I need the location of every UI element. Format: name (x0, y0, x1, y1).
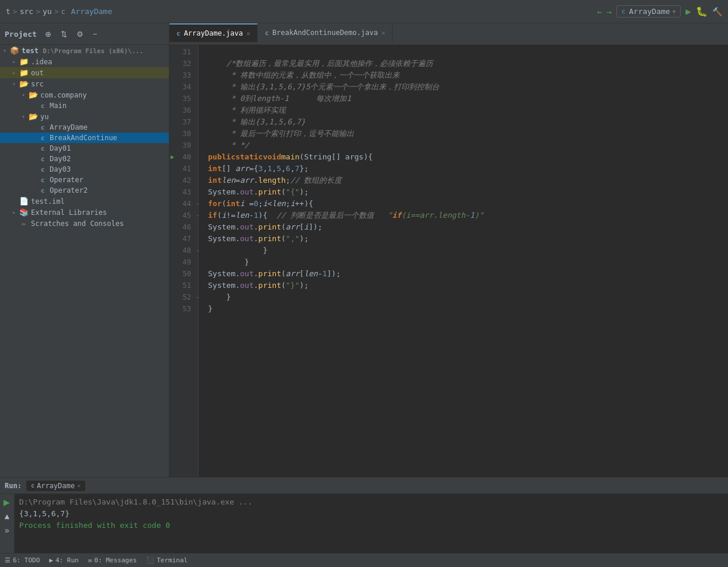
tree-item-day02[interactable]: cDay02 (0, 154, 169, 164)
line-number-33: 33 (169, 69, 195, 81)
code-line-49: } (208, 256, 728, 268)
tab-close-arraydame[interactable]: ✕ (247, 30, 251, 37)
project-label: Project (5, 30, 37, 39)
tree-item-day03[interactable]: cDay03 (0, 164, 169, 175)
main-content: ▾📦test D:\Program Files (x86)\...▸📁.idea… (0, 45, 728, 477)
code-editor[interactable]: 313233343536373839▶4041424344−45−464748−… (169, 45, 728, 477)
tree-item-scratches-and-consoles[interactable]: ✏Scratches and Consoles (0, 218, 169, 229)
navigate-forward-icon[interactable]: → (606, 7, 611, 16)
line-number-51: 51 (169, 280, 195, 291)
line-number-45: 45− (169, 210, 195, 221)
breadcrumb-class: c ArrayDame (61, 7, 112, 16)
tab-breakandcontinue[interactable]: c BreakAndContinueDemo.java ✕ (258, 23, 393, 42)
tab-icon-break: c (265, 29, 269, 37)
debug-icon[interactable]: 🐛 (696, 6, 708, 17)
minimize-button[interactable]: − (89, 27, 101, 41)
run-tab-close[interactable]: ✕ (77, 482, 81, 489)
code-line-42: int len=arr.length;// 数组的长度 (208, 175, 728, 186)
code-line-45: if(i!=len-1){ // 判断是否是最后一个数值 "if(i==arr.… (208, 210, 728, 221)
line-number-48: 48− (169, 245, 195, 256)
tree-icon-root: 📦 (9, 46, 20, 55)
code-content[interactable]: /*数组遍历，最常见最实用，后面其他操作，必须依赖于遍历 * 将数中组的元素，从… (199, 45, 728, 477)
tree-icon-iml: 📄 (19, 197, 29, 206)
breadcrumb-t: t (6, 7, 11, 16)
tab-arraydame[interactable]: c ArrayDame.java ✕ (169, 23, 258, 42)
code-line-40: public static void main(String[] args){ (208, 151, 728, 163)
terminal-icon: ⬛ (146, 556, 154, 564)
tree-label: External Libraries (31, 208, 107, 217)
status-run[interactable]: ▶ 4: Run (49, 556, 78, 564)
tab-label-arraydame: ArrayDame.java (184, 29, 243, 37)
tree-item-external-libraries[interactable]: ▸📚External Libraries (0, 207, 169, 218)
tree-icon-java: c (37, 166, 48, 173)
line-number-35: 35 (169, 93, 195, 105)
tree-label: ArrayDame (50, 123, 88, 131)
tree-label: test.iml (31, 197, 65, 206)
run-button[interactable]: ▶ (685, 6, 691, 17)
tree-item--idea[interactable]: ▸📁.idea (0, 56, 169, 67)
tree-item-yu[interactable]: ▾📂yu (0, 111, 169, 122)
tree-item-arraydame[interactable]: cArrayDame (0, 122, 169, 133)
tab-close-break[interactable]: ✕ (382, 29, 386, 37)
line-number-50: 50 (169, 268, 195, 280)
tree-item-operater[interactable]: cOperater (0, 175, 169, 185)
build-icon[interactable]: 🔨 (712, 7, 722, 16)
run-cmd-line: D:\Program Files\Java\jdk1.8.0_151\bin\j… (19, 496, 723, 508)
file-tree: ▾📦test D:\Program Files (x86)\...▸📁.idea… (0, 45, 169, 229)
tree-item-src[interactable]: ▾📂src (0, 78, 169, 89)
run-scroll-up[interactable]: ▲ (2, 510, 12, 522)
editor-area: 313233343536373839▶4041424344−45−464748−… (169, 45, 728, 477)
line-number-32: 32 (169, 58, 195, 69)
tree-item-operater2[interactable]: cOperater2 (0, 185, 169, 196)
tree-label: yu (40, 113, 48, 121)
status-terminal[interactable]: ⬛ Terminal (146, 556, 188, 564)
line-number-36: 36 (169, 105, 195, 116)
terminal-label: Terminal (157, 556, 188, 564)
tree-item-day01[interactable]: cDay01 (0, 143, 169, 154)
tree-expand-icon: ▸ (9, 209, 19, 215)
run-tab-name: ArrayDame (37, 482, 75, 490)
line-number-46: 46 (169, 221, 195, 233)
run-tab-arraydame[interactable]: c ArrayDame ✕ (26, 481, 85, 491)
tree-icon-java: c (37, 134, 48, 142)
tree-item-test[interactable]: ▾📦test D:\Program Files (x86)\... (0, 45, 169, 56)
tree-label: com.company (40, 91, 86, 99)
run-scroll-down[interactable]: » (4, 524, 11, 536)
tree-expand-icon: ▾ (9, 81, 19, 87)
settings-button[interactable]: ⚙ (73, 27, 87, 41)
status-todo[interactable]: ☰ 6: TODO (5, 556, 40, 564)
line-number-40: ▶40 (169, 151, 195, 163)
tree-item-out[interactable]: ▸📁out (0, 67, 169, 78)
todo-icon: ☰ (5, 556, 11, 564)
tree-expand-icon: ▸ (9, 69, 19, 76)
line-numbers: 313233343536373839▶4041424344−45−464748−… (169, 45, 199, 477)
messages-icon: ✉ (88, 556, 92, 564)
tree-label: Day03 (50, 165, 71, 173)
tree-item-test-iml[interactable]: 📄test.iml (0, 196, 169, 207)
navigate-back-icon[interactable]: ← (597, 7, 602, 16)
tree-item-main[interactable]: cMain (0, 100, 169, 111)
tree-label: Scratches and Consoles (31, 220, 124, 228)
code-line-32: /*数组遍历，最常见最实用，后面其他操作，必须依赖于遍历 (208, 58, 728, 69)
line-number-42: 42 (169, 175, 195, 186)
breadcrumb-src: src (20, 7, 33, 16)
code-line-31 (208, 46, 728, 58)
tree-icon-java: c (37, 145, 48, 152)
code-line-36: * 利用循环实现 (208, 105, 728, 116)
add-button[interactable]: ⊕ (41, 27, 55, 41)
line-number-44: 44− (169, 198, 195, 210)
tree-item-breakandcontinue[interactable]: cBreakAndContinue (0, 133, 169, 143)
sort-button[interactable]: ⇅ (57, 27, 71, 41)
tree-icon-java: c (37, 124, 48, 131)
run-play-button[interactable]: ▶ (2, 496, 11, 508)
status-messages[interactable]: ✉ 0: Messages (88, 556, 137, 564)
run-output: D:\Program Files\Java\jdk1.8.0_151\bin\j… (15, 494, 728, 553)
tree-item-com-company[interactable]: ▾📂com.company (0, 89, 169, 100)
project-toolbar: Project ⊕ ⇅ ⚙ − (0, 23, 169, 44)
code-line-41: int[] arr={3,1,5,6,7}; (208, 163, 728, 175)
tree-icon-folder: 📂 (28, 91, 39, 99)
run-config-dropdown[interactable]: c ArrayDame ▼ (616, 5, 681, 18)
sidebar: ▾📦test D:\Program Files (x86)\...▸📁.idea… (0, 45, 169, 477)
code-line-37: * 输出{3,1,5,6,7} (208, 116, 728, 128)
tree-expand-icon: ▾ (19, 92, 28, 98)
